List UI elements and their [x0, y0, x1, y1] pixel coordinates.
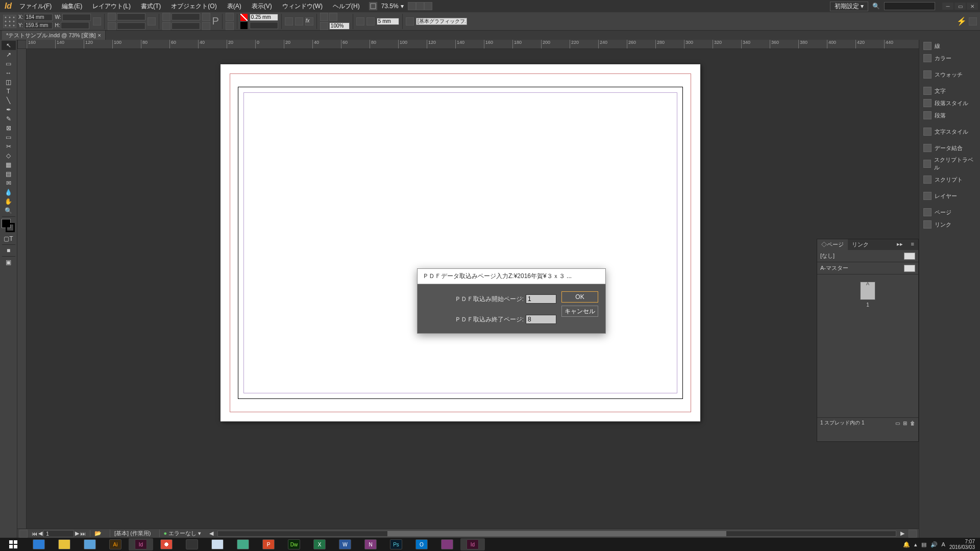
tray-up-icon[interactable]: ▴: [914, 541, 917, 548]
split-view-icon[interactable]: [909, 530, 917, 538]
flip-h-icon[interactable]: [226, 13, 234, 21]
taskbar-app3[interactable]: [231, 538, 255, 550]
quick-apply-icon[interactable]: ⚡: [957, 16, 967, 26]
direct-selection-tool[interactable]: ↗: [2, 50, 16, 59]
hand-tool[interactable]: ✋: [2, 197, 16, 206]
flip-v-icon[interactable]: [226, 22, 234, 30]
first-page-icon[interactable]: ⏮: [32, 531, 37, 537]
taskbar-app2[interactable]: [180, 538, 204, 550]
taskbar-dreamweaver[interactable]: Dw: [282, 538, 306, 550]
stroke-weight-input[interactable]: [250, 14, 278, 21]
taskbar-app1[interactable]: [78, 538, 102, 550]
zoom-level[interactable]: 73.5% ▾: [377, 3, 408, 10]
panel-stroke[interactable]: 線: [919, 40, 980, 52]
maximize-button[interactable]: ▭: [954, 3, 966, 10]
preflight-status[interactable]: ● エラーなし ▾: [159, 530, 206, 537]
arrange-docs-icon[interactable]: [424, 2, 432, 10]
select-container-icon[interactable]: [285, 17, 293, 26]
stroke-color-icon[interactable]: [6, 223, 15, 232]
frame-fit-b-icon[interactable]: [329, 13, 337, 21]
search-input[interactable]: [884, 2, 935, 10]
formatting-container-icon[interactable]: ▢T: [2, 234, 16, 243]
view-options-icon[interactable]: [408, 2, 416, 10]
taskbar-powerpoint[interactable]: P: [256, 538, 281, 550]
taskbar-ie[interactable]: [27, 538, 51, 550]
frame-fit-c-icon[interactable]: [320, 22, 328, 30]
panel-paragraph-styles[interactable]: 段落スタイル: [919, 97, 980, 109]
close-tab-icon[interactable]: ×: [98, 32, 101, 38]
tray-volume-icon[interactable]: 🔊: [930, 541, 938, 548]
eyedropper-tool[interactable]: 💧: [2, 188, 16, 197]
end-page-input[interactable]: [526, 315, 556, 324]
panel-character-styles[interactable]: 文字スタイル: [919, 126, 980, 138]
scale-y-input[interactable]: [117, 22, 145, 30]
tray-notify-icon[interactable]: 🔔: [903, 541, 910, 548]
status-preview-icon[interactable]: [19, 530, 28, 538]
pencil-tool[interactable]: ✎: [2, 114, 16, 123]
menu-object[interactable]: オブジェクト(O): [166, 2, 222, 11]
edit-page-size-icon[interactable]: ▭: [895, 420, 900, 426]
horizontal-scrollbar[interactable]: [217, 531, 896, 537]
panel-layers[interactable]: レイヤー: [919, 190, 980, 202]
tray-ime-icon[interactable]: A: [942, 541, 945, 547]
zoom-tool[interactable]: 🔍: [2, 206, 16, 215]
next-page-icon[interactable]: ▶: [75, 530, 79, 537]
last-page-icon[interactable]: ⏭: [80, 531, 86, 537]
selection-tool[interactable]: ↖: [2, 41, 16, 50]
screen-mode-tool[interactable]: ▣: [2, 258, 16, 267]
tray-clock[interactable]: 7:07 2016/03/03: [949, 539, 975, 550]
panel-menu-icon[interactable]: [969, 17, 977, 26]
taskbar-indesign2[interactable]: Id: [460, 538, 485, 550]
menu-edit[interactable]: 編集(E): [57, 2, 87, 11]
delete-page-icon[interactable]: 🗑: [910, 420, 915, 426]
rotate-cw-icon[interactable]: [202, 13, 210, 21]
taskbar-onenote[interactable]: N: [358, 538, 383, 550]
rectangle-frame-tool[interactable]: ⊠: [2, 123, 16, 133]
width-input[interactable]: [62, 14, 91, 21]
current-page-input[interactable]: [43, 530, 74, 537]
taskbar-outlook[interactable]: O: [409, 538, 434, 550]
gradient-feather-tool[interactable]: ▤: [2, 169, 16, 179]
page-1-thumb[interactable]: A: [860, 282, 875, 300]
gap-tool[interactable]: ↔: [2, 68, 16, 78]
layer-status[interactable]: [基本] (作業用): [110, 530, 155, 537]
menu-help[interactable]: ヘルプ(H): [328, 2, 365, 11]
taskbar-excel[interactable]: X: [307, 538, 332, 550]
x-position-input[interactable]: [24, 14, 53, 21]
fit-amount-input[interactable]: [377, 18, 399, 25]
ruler-origin[interactable]: [17, 40, 27, 49]
page-tool[interactable]: ▭: [2, 59, 16, 68]
new-page-icon[interactable]: ⊞: [903, 420, 907, 426]
taskbar-photoshop[interactable]: Ps: [384, 538, 408, 550]
fx-icon[interactable]: fx: [305, 17, 313, 26]
menu-table[interactable]: 表(A): [222, 2, 247, 11]
constrain-proportions-icon[interactable]: [93, 17, 101, 26]
panel-data-merge[interactable]: データ結合: [919, 142, 980, 154]
taskbar-chrome[interactable]: [154, 538, 179, 550]
screen-mode-icon[interactable]: [416, 2, 424, 10]
cancel-button[interactable]: キャンセル: [561, 306, 598, 317]
taskbar-onenote2[interactable]: [435, 538, 459, 550]
panel-swatches[interactable]: スウォッチ: [919, 68, 980, 81]
panel-collapse-icon[interactable]: ▸▸: [893, 239, 907, 250]
pen-tool[interactable]: ✒: [2, 105, 16, 114]
panel-menu-icon[interactable]: ≡: [907, 239, 918, 250]
menu-type[interactable]: 書式(T): [136, 2, 166, 11]
apply-color-icon[interactable]: ■: [2, 246, 16, 255]
wrap-none-icon[interactable]: [356, 17, 364, 26]
select-content-icon[interactable]: [295, 17, 303, 26]
bridge-icon[interactable]: [369, 2, 377, 10]
panel-paragraph[interactable]: 段落: [919, 109, 980, 121]
pages-tab[interactable]: ◇ページ: [817, 239, 848, 250]
frame-fit-a-icon[interactable]: [320, 13, 328, 21]
workspace-switcher[interactable]: 初期設定 ▾: [830, 2, 868, 11]
menu-file[interactable]: ファイル(F): [14, 2, 57, 11]
y-position-input[interactable]: [24, 22, 53, 29]
taskbar-word[interactable]: W: [333, 538, 357, 550]
wrap-around-icon[interactable]: [366, 17, 375, 26]
open-doc-icon[interactable]: 📂: [90, 530, 106, 537]
menu-layout[interactable]: レイアウト(L): [87, 2, 136, 11]
gradient-swatch-tool[interactable]: ▦: [2, 160, 16, 169]
fill-stroke-proxy[interactable]: [2, 219, 16, 233]
taskbar-indesign[interactable]: Id: [129, 538, 153, 550]
